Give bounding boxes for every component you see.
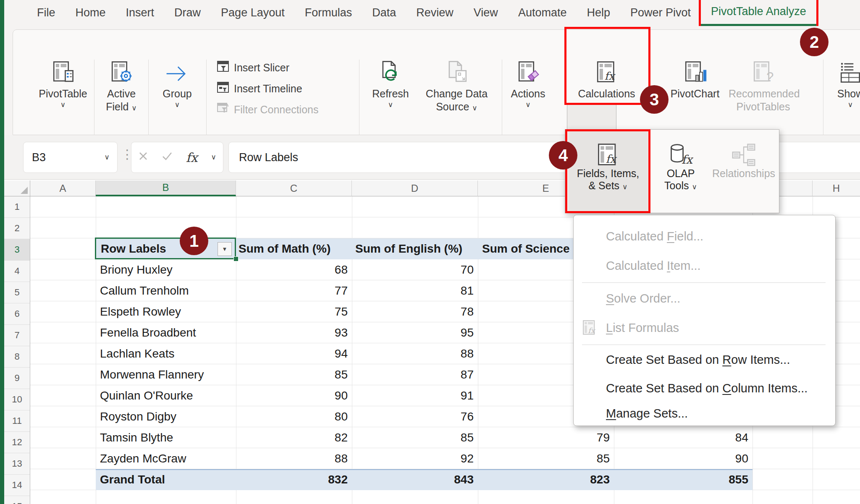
tab-review[interactable]: Review [406, 0, 464, 26]
insert-function-icon[interactable]: fx [186, 150, 198, 165]
cell-name[interactable]: Royston Digby [100, 406, 176, 427]
cell-math[interactable]: 88 [297, 448, 348, 469]
cell-math[interactable]: 77 [297, 280, 348, 301]
cell-english[interactable]: 92 [423, 448, 474, 469]
insert-slicer-label: Insert Slicer [234, 62, 289, 74]
filter-connections-button[interactable]: Filter Connections [216, 101, 318, 118]
group-button[interactable]: Group ∨ [150, 57, 205, 110]
row-header-1[interactable]: 1 [4, 196, 30, 218]
grand-total-math[interactable]: 832 [297, 469, 348, 490]
timeline-icon [216, 81, 230, 97]
menu-item-create-set-column-items[interactable]: Create Set Based on Column Items... [606, 379, 808, 397]
insert-slicer-button[interactable]: Insert Slicer [216, 59, 289, 76]
insert-timeline-button[interactable]: Insert Timeline [216, 80, 302, 97]
row-labels-filter-button[interactable]: ▼ [218, 242, 232, 256]
column-header-a[interactable]: A [30, 180, 96, 196]
cell-math[interactable]: 90 [297, 385, 348, 406]
tab-formulas[interactable]: Formulas [295, 0, 362, 26]
cell-name[interactable]: Fenella Broadbent [100, 322, 196, 343]
cell-english[interactable]: 85 [423, 427, 474, 448]
cell-english[interactable]: 91 [423, 385, 474, 406]
refresh-button[interactable]: Refresh ∨ [363, 57, 418, 110]
cell-f[interactable]: 84 [698, 427, 748, 448]
annotation-badge-4: 4 [549, 141, 577, 170]
cell-math[interactable]: 82 [297, 427, 348, 448]
cell-math[interactable]: 75 [297, 301, 348, 322]
cell-name[interactable]: Morwenna Flannery [100, 364, 204, 385]
relationships-button: Relationships [710, 131, 777, 211]
active-field-label-line1: Active [96, 87, 147, 100]
fill-handle[interactable] [233, 256, 239, 261]
cell-name[interactable]: Briony Huxley [100, 259, 173, 280]
cell-english[interactable]: 78 [423, 301, 474, 322]
chevron-down-icon: ∨ [829, 100, 860, 110]
tab-insert[interactable]: Insert [116, 0, 165, 26]
tab-help[interactable]: Help [577, 0, 620, 26]
tab-automate[interactable]: Automate [508, 0, 577, 26]
pivottable-button[interactable]: PivotTable ∨ [34, 57, 92, 110]
cell-name[interactable]: Quinlan O'Rourke [100, 385, 193, 406]
pivottable-icon [34, 57, 92, 87]
column-header-b-selected[interactable]: B [96, 180, 236, 196]
tab-home[interactable]: Home [66, 0, 116, 26]
tab-page-layout[interactable]: Page Layout [211, 0, 295, 26]
cell-math[interactable]: 93 [297, 322, 348, 343]
cell-name[interactable]: Callum Trenholm [100, 280, 189, 301]
cell-name[interactable]: Lachlan Keats [100, 343, 174, 364]
grand-total-english[interactable]: 843 [423, 469, 474, 490]
actions-button[interactable]: Actions ∨ [504, 57, 552, 110]
grand-total-f[interactable]: 855 [698, 469, 748, 490]
cell-english[interactable]: 87 [423, 364, 474, 385]
grand-total-science[interactable]: 823 [559, 469, 610, 490]
pivot-header-english[interactable]: Sum of English (%) [355, 238, 462, 259]
cell-science[interactable]: 85 [559, 448, 610, 469]
tab-view[interactable]: View [464, 0, 508, 26]
cancel-icon[interactable] [138, 151, 148, 164]
tab-power-pivot[interactable]: Power Pivot [620, 0, 701, 26]
cell-english[interactable]: 88 [423, 343, 474, 364]
cell-science[interactable]: 79 [559, 427, 610, 448]
column-header-c[interactable]: C [236, 180, 352, 196]
tab-data[interactable]: Data [362, 0, 406, 26]
active-field-button[interactable]: Active Field ∨ [96, 57, 147, 113]
name-box[interactable]: B3 ∨ [23, 142, 118, 173]
cell-math[interactable]: 94 [297, 343, 348, 364]
grand-total-label[interactable]: Grand Total [100, 469, 165, 490]
olap-tools-label-line1: OLAP [651, 167, 710, 180]
name-box-value: B3 [32, 151, 46, 164]
cell-name[interactable]: Tamsin Blythe [100, 427, 173, 448]
cell-math[interactable]: 80 [297, 406, 348, 427]
enter-check-icon[interactable] [162, 151, 173, 164]
group-label: Group [150, 87, 205, 100]
row-header-15[interactable]: 15 [4, 496, 30, 504]
column-header-h[interactable]: H [813, 180, 860, 196]
olap-tools-label-line2: Tools [664, 180, 689, 191]
cell-math[interactable]: 68 [297, 259, 348, 280]
menu-item-manage-sets[interactable]: Manage Sets... [606, 404, 688, 423]
chevron-down-icon: ∨ [472, 104, 477, 112]
row-header-2[interactable]: 2 [4, 218, 30, 239]
chevron-down-icon: ∨ [150, 100, 205, 110]
cell-english[interactable]: 76 [423, 406, 474, 427]
cell-name[interactable]: Elspeth Rowley [100, 301, 181, 322]
cell-name[interactable]: Zayden McGraw [100, 448, 186, 469]
pivot-header-math[interactable]: Sum of Math (%) [239, 238, 330, 259]
svg-text:fx: fx [682, 153, 693, 167]
tab-pivottable-analyze[interactable]: PivotTable Analyze [701, 0, 816, 26]
pivotchart-button[interactable]: PivotChart [663, 57, 726, 100]
olap-tools-button[interactable]: fx OLAP Tools ∨ [651, 131, 710, 211]
column-header-d[interactable]: D [352, 180, 478, 196]
cell-english[interactable]: 70 [423, 259, 474, 280]
recommended-pivottables-button[interactable]: ? Recommended PivotTables [729, 57, 798, 113]
cell-english[interactable]: 95 [423, 322, 474, 343]
change-data-source-button[interactable]: Change Data Source ∨ [420, 57, 493, 113]
tab-draw[interactable]: Draw [164, 0, 211, 26]
formula-buttons: fx ∨ [131, 142, 223, 173]
select-all-corner[interactable] [4, 180, 30, 196]
tab-file[interactable]: File [27, 0, 66, 26]
cell-math[interactable]: 85 [297, 364, 348, 385]
menu-item-create-set-row-items[interactable]: Create Set Based on Row Items... [606, 350, 790, 369]
show-button[interactable]: Show ∨ [829, 57, 860, 110]
cell-f[interactable]: 90 [698, 448, 748, 469]
cell-english[interactable]: 81 [423, 280, 474, 301]
